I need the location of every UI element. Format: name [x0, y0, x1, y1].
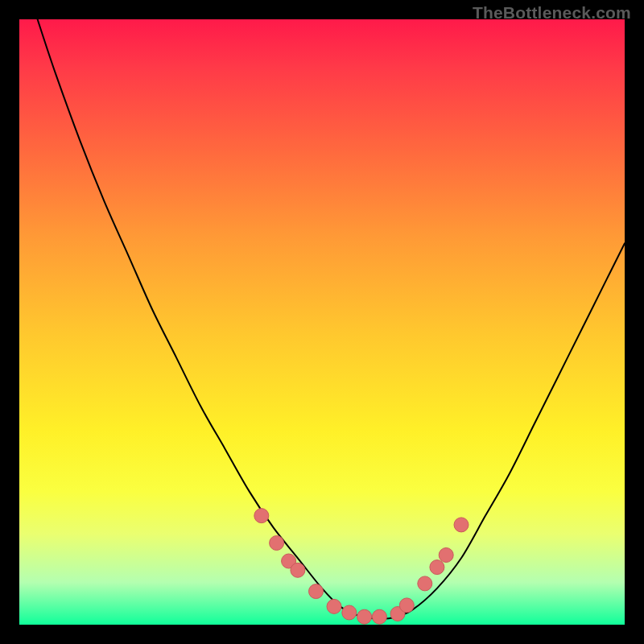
marker-group	[254, 509, 469, 625]
data-point-marker	[454, 518, 469, 532]
data-point-marker	[357, 609, 372, 624]
data-point-marker	[418, 576, 432, 591]
data-point-marker	[342, 605, 357, 620]
curve-line	[38, 19, 625, 619]
data-point-marker	[327, 599, 341, 613]
data-point-marker	[372, 609, 386, 624]
data-point-marker	[309, 584, 324, 599]
watermark-text: TheBottleneck.com	[473, 3, 631, 23]
data-point-marker	[439, 548, 453, 563]
chart-plot-area	[19, 19, 625, 625]
data-point-marker	[399, 598, 414, 613]
data-point-marker	[254, 509, 269, 523]
data-point-marker	[430, 560, 444, 575]
data-point-marker	[270, 536, 284, 551]
data-point-marker	[291, 563, 305, 577]
chart-svg	[19, 19, 625, 625]
